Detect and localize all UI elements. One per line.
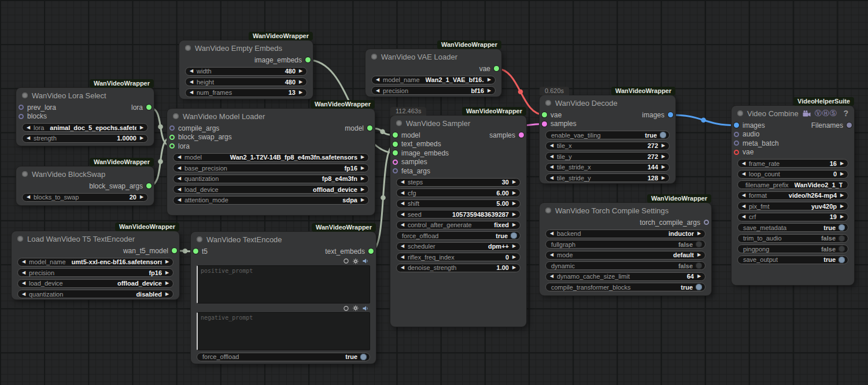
wan_t5_model-output-slot[interactable] (172, 248, 177, 253)
increment-arrow[interactable]: ▶ (360, 187, 365, 192)
prev_lora-input-slot[interactable] (19, 105, 24, 110)
vae-input-slot[interactable] (542, 112, 547, 117)
scheduler-widget[interactable]: ◀schedulerdpm++▶ (396, 242, 520, 251)
text_embeds-output-slot[interactable] (368, 249, 374, 254)
radio-icon[interactable] (343, 258, 349, 264)
tile_y-widget[interactable]: ◀tile_y272▶ (545, 152, 670, 161)
increment-arrow[interactable]: ▶ (360, 166, 365, 171)
increment-arrow[interactable]: ▶ (839, 172, 845, 176)
decrement-arrow[interactable]: ◀ (741, 193, 747, 198)
trim_to_audio-widget[interactable]: trim_to_audiofalse (737, 234, 848, 243)
increment-arrow[interactable]: ▶ (139, 136, 145, 140)
increment-arrow[interactable]: ▶ (164, 281, 170, 286)
height-widget[interactable]: ◀height480▶ (185, 77, 307, 86)
filename_prefix-widget[interactable]: filename_prefixWanVideo2_1_T2V (737, 180, 848, 189)
toggle-knob[interactable] (660, 132, 666, 138)
decrement-arrow[interactable]: ◀ (189, 90, 194, 95)
increment-arrow[interactable]: ▶ (298, 80, 304, 84)
increment-arrow[interactable]: ▶ (696, 274, 702, 279)
steps-widget[interactable]: ◀steps30▶ (396, 178, 520, 187)
riflex_freq_index-widget[interactable]: ◀riflex_freq_index0▶ (396, 253, 520, 261)
increment-arrow[interactable]: ▶ (360, 176, 365, 181)
decrement-arrow[interactable]: ◀ (21, 271, 27, 275)
torch_compile_args-output-slot[interactable] (704, 220, 709, 225)
collapse-dot[interactable] (545, 208, 551, 213)
gear-icon[interactable] (353, 305, 359, 311)
shift-widget[interactable]: ◀shift5.00▶ (396, 199, 520, 208)
toggle-knob[interactable] (696, 262, 702, 269)
increment-arrow[interactable]: ▶ (660, 154, 666, 159)
increment-arrow[interactable]: ▶ (839, 204, 845, 209)
strength-widget[interactable]: ◀strength1.0000▶ (22, 134, 148, 143)
decrement-arrow[interactable]: ◀ (549, 154, 555, 159)
toggle-knob[interactable] (696, 241, 702, 247)
increment-arrow[interactable]: ▶ (839, 193, 845, 198)
decrement-arrow[interactable]: ◀ (549, 253, 555, 257)
negative_prompt-textarea[interactable] (197, 312, 370, 350)
decrement-arrow[interactable]: ◀ (549, 176, 555, 180)
increment-arrow[interactable]: ▶ (164, 292, 170, 297)
decrement-arrow[interactable]: ◀ (549, 274, 555, 279)
node-vae_loader[interactable]: WanVideoWrapperWanVideo VAE Loadervae◀mo… (365, 49, 501, 97)
decrement-arrow[interactable]: ◀ (21, 260, 27, 264)
node-graph-canvas[interactable]: WanVideoWrapperWanVideo Lora Selectprev_… (0, 0, 868, 385)
tile_x-widget[interactable]: ◀tile_x272▶ (545, 142, 670, 150)
node-sampler[interactable]: 112.463sWanVideoWrapperWanVideo Samplerm… (390, 116, 526, 327)
decrement-arrow[interactable]: ◀ (25, 195, 31, 199)
node-video_combine[interactable]: VideoHelperSuiteVideo CombineⓋⒽⓈ?imagesF… (732, 106, 854, 285)
decrement-arrow[interactable]: ◀ (176, 176, 182, 181)
denoise_strength-widget[interactable]: ◀denoise_strength1.00▶ (396, 264, 520, 272)
mode-widget[interactable]: ◀modedefault▶ (545, 251, 706, 260)
increment-arrow[interactable]: ▶ (511, 223, 517, 227)
increment-arrow[interactable]: ▶ (139, 195, 145, 199)
meta_batch-input-slot[interactable] (734, 140, 739, 146)
decrement-arrow[interactable]: ◀ (21, 281, 27, 286)
decrement-arrow[interactable]: ◀ (741, 172, 747, 176)
increment-arrow[interactable]: ▶ (696, 253, 702, 257)
toggle-knob[interactable] (839, 257, 845, 263)
decrement-arrow[interactable]: ◀ (549, 143, 555, 148)
link-midpoint-dot[interactable] (158, 159, 163, 164)
decrement-arrow[interactable]: ◀ (400, 223, 405, 227)
lora-widget[interactable]: ◀loraanimal_doc_5_epochs.safetensors▶ (22, 123, 148, 132)
pingpong-widget[interactable]: pingpongfalse (737, 245, 848, 253)
model_name-widget[interactable]: ◀model_nameumt5-xxl-enc-bf16.safetensors… (17, 258, 173, 266)
collapse-dot[interactable] (22, 92, 28, 98)
decrement-arrow[interactable]: ◀ (400, 191, 405, 195)
increment-arrow[interactable]: ▶ (360, 155, 365, 160)
frame_rate-widget[interactable]: ◀frame_rate16▶ (737, 159, 848, 168)
decrement-arrow[interactable]: ◀ (375, 77, 381, 82)
dynamic-widget[interactable]: dynamicfalse (545, 261, 706, 270)
samples-input-slot[interactable] (542, 121, 547, 127)
quantization-widget[interactable]: ◀quantizationfp8_e4m3fn▶ (173, 175, 369, 183)
toggle-knob[interactable] (839, 224, 845, 231)
image_embeds-input-slot[interactable] (393, 150, 398, 156)
radio-icon[interactable] (343, 306, 349, 311)
width-widget[interactable]: ◀width480▶ (185, 67, 307, 76)
increment-arrow[interactable]: ▶ (164, 271, 170, 275)
node-blockswap[interactable]: WanVideoWrapperWanVideo BlockSwapblock_s… (16, 166, 154, 205)
toggle-knob[interactable] (696, 284, 702, 290)
toggle-knob[interactable] (839, 235, 845, 242)
decrement-arrow[interactable]: ◀ (176, 155, 182, 160)
load_device-widget[interactable]: ◀load_deviceoffload_device▶ (17, 279, 173, 288)
link-midpoint-dot[interactable] (183, 249, 188, 254)
help-icon[interactable]: ? (843, 109, 848, 118)
decrement-arrow[interactable]: ◀ (176, 198, 182, 202)
save_metadata-widget[interactable]: save_metadatatrue (737, 223, 848, 232)
samples-output-slot[interactable] (519, 132, 524, 138)
tile_stride_x-widget[interactable]: ◀tile_stride_x144▶ (545, 163, 670, 172)
decrement-arrow[interactable]: ◀ (400, 265, 405, 270)
link-midpoint-dot[interactable] (518, 89, 523, 94)
increment-arrow[interactable]: ▶ (139, 125, 145, 130)
link-midpoint-dot[interactable] (158, 124, 163, 129)
model-widget[interactable]: ◀modelWan2_1-T2V-14B_fp8_e4m3fn.safetens… (173, 153, 369, 162)
increment-arrow[interactable]: ▶ (511, 265, 517, 270)
decrement-arrow[interactable]: ◀ (400, 255, 405, 260)
increment-arrow[interactable]: ▶ (660, 165, 666, 169)
increment-arrow[interactable]: ▶ (298, 90, 304, 95)
toggle-knob[interactable] (360, 354, 367, 360)
t5-input-slot[interactable] (193, 249, 198, 254)
compile_transformer_blocks-widget[interactable]: compile_transformer_blockstrue (545, 283, 706, 291)
collapse-dot[interactable] (173, 113, 179, 119)
